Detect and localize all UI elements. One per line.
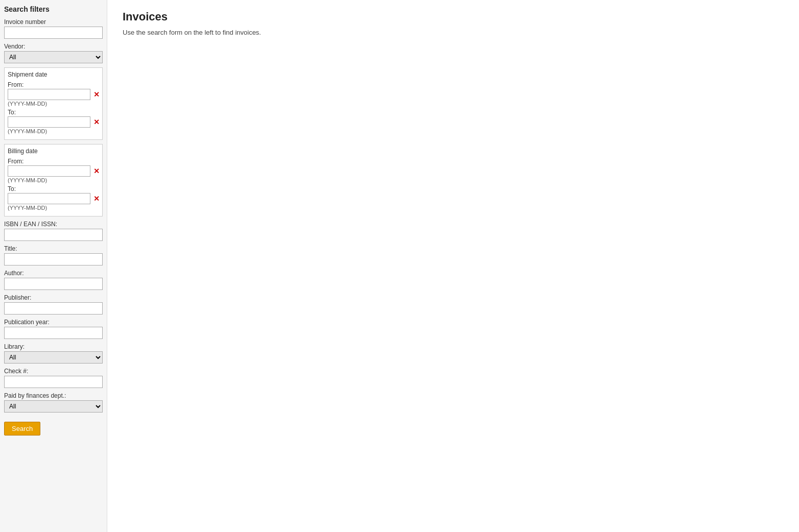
shipment-to-row: To: ✕ (YYYY-MM-DD) (8, 109, 99, 134)
vendor-group: Vendor: All (4, 43, 103, 63)
shipment-from-hint: (YYYY-MM-DD) (8, 101, 99, 107)
invoice-number-input[interactable] (4, 27, 103, 39)
search-filters-title: Search filters (4, 5, 103, 13)
billing-from-label: From: (8, 158, 99, 165)
check-group: Check #: (4, 368, 103, 388)
search-filters-panel: Search filters Invoice number Vendor: Al… (0, 0, 107, 532)
check-input[interactable] (4, 376, 103, 388)
publication-year-group: Publication year: (4, 319, 103, 339)
billing-from-row: From: ✕ (YYYY-MM-DD) (8, 158, 99, 183)
shipment-to-hint: (YYYY-MM-DD) (8, 128, 99, 134)
paid-by-finances-group: Paid by finances dept.: All (4, 392, 103, 413)
title-group: Title: (4, 245, 103, 265)
author-label: Author: (4, 270, 103, 277)
isbn-group: ISBN / EAN / ISSN: (4, 221, 103, 241)
vendor-label: Vendor: (4, 43, 103, 50)
library-group: Library: All (4, 343, 103, 364)
shipment-from-input[interactable] (8, 89, 90, 100)
shipment-date-title: Shipment date (8, 71, 99, 78)
main-content: Invoices Use the search form on the left… (107, 0, 799, 532)
publisher-group: Publisher: (4, 294, 103, 315)
vendor-select[interactable]: All (4, 51, 103, 63)
search-button[interactable]: Search (4, 422, 40, 436)
billing-from-clear-button[interactable]: ✕ (92, 167, 101, 175)
billing-date-title: Billing date (8, 148, 99, 155)
shipment-from-row: From: ✕ (YYYY-MM-DD) (8, 81, 99, 107)
shipment-to-input[interactable] (8, 116, 90, 128)
shipment-to-clear-button[interactable]: ✕ (92, 118, 101, 126)
paid-by-finances-label: Paid by finances dept.: (4, 392, 103, 399)
shipment-to-label: To: (8, 109, 99, 116)
library-select[interactable]: All (4, 351, 103, 364)
invoice-number-group: Invoice number (4, 18, 103, 39)
billing-date-group: Billing date From: ✕ (YYYY-MM-DD) To: ✕ … (4, 144, 103, 216)
title-input[interactable] (4, 253, 103, 265)
shipment-from-clear-button[interactable]: ✕ (92, 91, 101, 98)
shipment-date-group: Shipment date From: ✕ (YYYY-MM-DD) To: ✕… (4, 67, 103, 140)
billing-to-input[interactable] (8, 193, 90, 204)
publisher-input[interactable] (4, 302, 103, 315)
invoice-number-label: Invoice number (4, 18, 103, 26)
author-group: Author: (4, 270, 103, 290)
billing-to-label: To: (8, 185, 99, 192)
billing-to-hint: (YYYY-MM-DD) (8, 205, 99, 211)
paid-by-finances-select[interactable]: All (4, 400, 103, 413)
billing-from-input[interactable] (8, 165, 90, 177)
publication-year-input[interactable] (4, 327, 103, 339)
billing-to-clear-button[interactable]: ✕ (92, 195, 101, 202)
publisher-label: Publisher: (4, 294, 103, 301)
publication-year-label: Publication year: (4, 319, 103, 326)
billing-to-row: To: ✕ (YYYY-MM-DD) (8, 185, 99, 211)
page-description: Use the search form on the left to find … (123, 29, 784, 36)
author-input[interactable] (4, 278, 103, 290)
title-label: Title: (4, 245, 103, 252)
isbn-input[interactable] (4, 229, 103, 241)
shipment-from-label: From: (8, 81, 99, 88)
isbn-label: ISBN / EAN / ISSN: (4, 221, 103, 228)
billing-from-hint: (YYYY-MM-DD) (8, 177, 99, 183)
check-label: Check #: (4, 368, 103, 375)
page-title: Invoices (123, 10, 784, 23)
library-label: Library: (4, 343, 103, 350)
